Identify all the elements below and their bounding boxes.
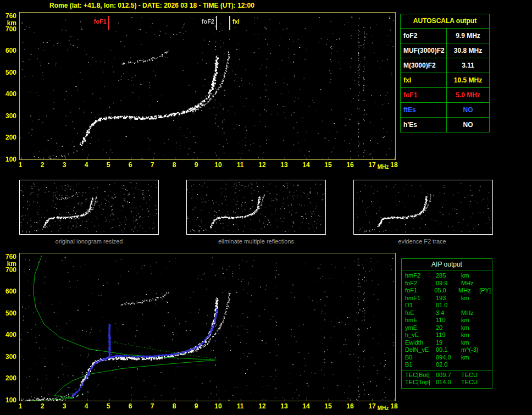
x-axis-tick: 15 [324,403,331,410]
y-axis-tick: 760 [0,13,16,19]
y-axis-tick: 400 [0,91,16,97]
x-axis-tick: 16 [346,403,353,410]
aip-label: B0 [405,354,436,362]
aip-label: hmE [405,317,436,324]
x-axis-tick: 16 [346,162,353,168]
aip-label: foE [405,309,436,317]
aip-row: B102.0 [405,361,491,369]
aip-label: TEC[Bot] [405,372,436,379]
x-axis-tick: 3 [63,162,66,168]
fof2-marker-label: foF2 [192,19,214,25]
x-axis-tick: 17 [368,162,375,168]
x-axis-tick: 8 [173,162,176,168]
aip-row: hmF1193km [405,295,491,302]
aip-unit: km [461,317,483,324]
x-axis-tick: 13 [280,403,287,410]
x-axis-tick: 18 [390,162,397,168]
aip-unit: MHz [461,309,483,317]
aip-unit: km [461,324,483,332]
aip-value: 01.0 [436,302,461,309]
y-axis-unit: km [0,261,16,267]
ionogram-canvas [20,13,395,159]
aip-unit: km [461,295,483,302]
aip-unit: TECU [461,379,483,386]
fof1-marker-line [108,16,109,30]
x-axis-tick: 10 [214,403,221,410]
aip-tec-rows: TEC[Bot]009.7TECUTEC[Top]014.0TECU [402,370,492,388]
autoscala-row: h'EsNO [401,118,489,132]
aip-unit: km [461,272,483,280]
x-axis-tick: 14 [302,403,309,410]
profile-ionogram-canvas [20,253,395,401]
thumbnail-caption-f2: evidence F2 trace [398,238,446,245]
autoscala-row-label: h'Es [401,118,447,132]
aip-panel: AIP output hmF2285kmfoF209.9MHzfoF105.0M… [401,258,492,389]
fof1-marker-label: foF1 [85,19,107,25]
aip-value: 285 [436,272,461,280]
aip-value: 19 [436,339,461,347]
autoscala-row-label: foF1 [401,88,447,102]
x-axis-tick: 18 [390,403,397,410]
autoscala-row-value: 3.11 [447,58,489,73]
y-axis-tick: 100 [0,397,16,403]
aip-value: 014.0 [436,379,461,386]
y-axis-tick: 300 [0,353,16,360]
aip-row: foE3.4MHz [405,309,491,317]
aip-row: Ewidth19km [405,339,491,347]
autoscala-title: AUTOSCALA output [401,14,489,29]
y-axis-tick: 300 [0,113,16,119]
x-axis-tick: 17 [368,403,375,410]
ionogram-plot: foF1foF2fxI [19,12,396,160]
station-header: Rome (lat: +41.8, lon: 012.5) - DATE: 20… [49,2,254,9]
y-axis-tick: 500 [0,69,16,76]
aip-label: foF2 [405,280,436,287]
x-axis-tick: 1 [19,403,23,410]
aip-value: 3.4 [436,309,461,317]
y-axis-tick: 600 [0,288,16,295]
aip-unit: MHz [461,280,483,287]
aip-row: TEC[Top]014.0TECU [405,379,491,386]
x-axis-tick: 7 [151,162,154,168]
aip-label: DelN_vE [405,346,436,354]
x-axis-tick: 3 [63,403,66,410]
x-axis-tick: 2 [41,403,45,410]
x-axis-tick: 12 [258,403,265,410]
y-axis-tick: 200 [0,134,16,141]
y-axis-tick: 500 [0,310,16,317]
aip-title: AIP output [402,259,492,270]
x-axis-tick: 2 [41,162,45,168]
x-axis-unit: MHz [378,164,389,170]
y-axis-tick: 200 [0,375,16,381]
x-axis-tick: 1 [19,162,23,168]
aip-row: hmF2285km [405,272,491,280]
profile-ionogram-plot [19,253,396,401]
aip-row: foF209.9MHz [405,280,491,287]
x-axis-tick: 11 [237,403,244,410]
autoscala-rows: foF29.9 MHzMUF(3000)F230.8 MHzM(3000)F23… [401,29,489,132]
autoscala-row-value: NO [447,118,489,132]
y-axis-tick: 600 [0,47,16,54]
aip-row: hmE110km [405,317,491,324]
aip-row: TEC[Bot]009.7TECU [405,372,491,379]
aip-label: hmF1 [405,295,436,302]
x-axis-tick: 5 [107,403,110,410]
aip-row: ymE20km [405,324,491,332]
autoscala-row: foF15.0 MHz [401,88,489,103]
autoscala-row-value: 5.0 MHz [447,88,489,102]
x-axis-tick: 14 [302,162,309,168]
x-axis-tick: 4 [85,403,88,410]
thumbnail-no-multiples [186,180,326,235]
x-axis-tick: 6 [129,162,132,168]
aip-label: foF1 [405,287,434,295]
aip-unit [461,302,483,309]
x-axis-unit: MHz [378,405,389,412]
autoscala-row-value: 30.8 MHz [447,43,489,58]
autoscala-row: M(3000)F23.11 [401,58,489,73]
aip-note: [PY] [479,287,491,295]
fof2-marker-line [216,16,217,30]
aip-row: D101.0 [405,302,491,309]
x-axis-tick: 12 [258,162,265,168]
y-axis-unit: km [0,20,16,26]
aip-value: 193 [436,295,461,302]
aip-value: 009.7 [436,372,461,379]
